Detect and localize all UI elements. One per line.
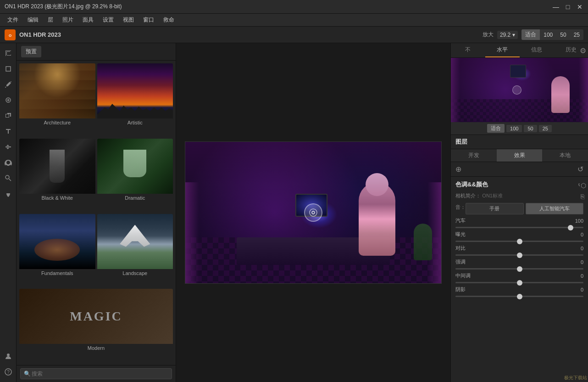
zoom-dropdown-icon[interactable]: ▾ bbox=[512, 32, 515, 38]
menu-layer[interactable]: 层 bbox=[44, 15, 57, 25]
preset-label-bw: Black & White bbox=[19, 194, 95, 202]
clone-tool[interactable] bbox=[2, 109, 15, 122]
slider-midtones: 中间调 0 bbox=[455, 272, 583, 283]
preset-thumb-architecture bbox=[19, 63, 95, 118]
menu-file[interactable]: 文件 bbox=[4, 15, 22, 25]
fit-button-25[interactable]: 25 bbox=[570, 29, 583, 40]
fit-button-fit[interactable]: 适合 bbox=[521, 29, 540, 40]
main-toolbar: O ON1 HDR 2023 放大 29.2 ▾ 适合 100 50 25 bbox=[0, 27, 588, 43]
fit-button-100[interactable]: 100 bbox=[540, 29, 556, 40]
thumb-25-button[interactable]: 25 bbox=[539, 125, 552, 132]
tab-horizontal[interactable]: 水平 bbox=[485, 43, 520, 57]
layers-tab-effects[interactable]: 效果 bbox=[497, 149, 543, 162]
slider-shadows-label: 阴影 bbox=[455, 286, 466, 293]
preset-modern[interactable]: MAGIC Modern bbox=[19, 289, 173, 362]
preset-fundamentals[interactable]: Fundamentals bbox=[19, 214, 95, 287]
zoom-value: 29.2 bbox=[500, 32, 510, 38]
thumb-100-button[interactable]: 100 bbox=[506, 125, 522, 132]
slider-highlights-thumb[interactable] bbox=[517, 266, 522, 272]
preset-bw[interactable]: Black & White bbox=[19, 139, 95, 212]
menu-mask[interactable]: 面具 bbox=[79, 15, 97, 25]
menu-settings[interactable]: 设置 bbox=[99, 15, 117, 25]
slider-exposure: 曝光 0 bbox=[455, 231, 583, 242]
hand-tool[interactable] bbox=[2, 187, 15, 200]
layers-tab-local[interactable]: 本地 bbox=[542, 149, 588, 162]
slider-auto-track[interactable] bbox=[455, 227, 583, 228]
presets-tab[interactable]: 预置 bbox=[21, 46, 41, 57]
slider-contrast-track[interactable] bbox=[455, 254, 583, 256]
crop-tool[interactable] bbox=[2, 47, 15, 60]
slider-shadows-labelrow: 阴影 0 bbox=[455, 286, 583, 293]
slider-highlights-track[interactable] bbox=[455, 268, 583, 270]
maximize-button[interactable]: □ bbox=[564, 3, 571, 11]
svg-rect-2 bbox=[6, 67, 11, 71]
preset-thumb-fundamentals bbox=[19, 214, 95, 269]
slider-midtones-track[interactable] bbox=[455, 282, 583, 283]
zoom-control[interactable]: 29.2 ▾ bbox=[497, 31, 518, 39]
layers-tab-develop[interactable]: 开发 bbox=[451, 149, 497, 162]
tone-ai-btn[interactable]: 人工智能汽车 bbox=[526, 203, 584, 214]
fit-button-50[interactable]: 50 bbox=[556, 29, 570, 40]
svg-point-5 bbox=[7, 354, 10, 356]
preset-label-landscape: Landscape bbox=[97, 269, 173, 277]
slider-exposure-value: 0 bbox=[581, 232, 583, 237]
brand-icon: O bbox=[5, 29, 16, 40]
healing-tool[interactable] bbox=[2, 94, 15, 107]
slider-contrast-labelrow: 对比 0 bbox=[455, 245, 583, 252]
slider-midtones-thumb[interactable] bbox=[517, 280, 522, 286]
color-section-header: 色调&&颜色 ↺ bbox=[455, 180, 583, 189]
menu-view[interactable]: 视图 bbox=[119, 15, 138, 25]
preset-artistic[interactable]: Artistic bbox=[97, 63, 173, 137]
brush-tool[interactable] bbox=[2, 78, 15, 91]
thumb-fit-button[interactable]: 适合 bbox=[487, 124, 505, 133]
close-button[interactable]: ✕ bbox=[576, 3, 583, 11]
slider-exposure-track[interactable] bbox=[455, 241, 583, 242]
thumb-50-button[interactable]: 50 bbox=[524, 125, 537, 132]
menu-window[interactable]: 窗口 bbox=[139, 15, 158, 25]
preset-thumb-bw bbox=[19, 139, 95, 194]
people-tool[interactable] bbox=[2, 350, 15, 363]
tab-info[interactable]: 信息 bbox=[520, 43, 554, 57]
search-input[interactable] bbox=[20, 368, 172, 379]
help-tool[interactable]: ? bbox=[2, 365, 15, 378]
slider-exposure-label: 曝光 bbox=[455, 231, 466, 238]
preset-thumb-artistic bbox=[97, 63, 173, 118]
gradient-tool[interactable] bbox=[2, 140, 15, 153]
menu-photo[interactable]: 照片 bbox=[59, 15, 77, 25]
slider-shadows-value: 0 bbox=[581, 287, 583, 292]
layer-undo-icon[interactable]: ↺ bbox=[577, 164, 584, 174]
slider-auto-thumb[interactable] bbox=[568, 225, 573, 230]
right-panel-tabs: 不 水平 信息 历史 ⚙ bbox=[451, 43, 588, 58]
menu-help[interactable]: 救命 bbox=[160, 15, 178, 25]
copy-icon[interactable]: ⎘ bbox=[581, 193, 586, 200]
zoom-label: 放大 bbox=[483, 31, 494, 39]
slider-auto-label: 汽车 bbox=[455, 217, 466, 224]
menu-edit[interactable]: 编辑 bbox=[24, 15, 42, 25]
layers-actions: ⊕ ↺ bbox=[451, 162, 588, 177]
svg-point-4 bbox=[6, 175, 9, 179]
presets-header: 预置 bbox=[17, 43, 176, 61]
panel-settings-icon[interactable]: ⚙ bbox=[580, 46, 586, 55]
preset-landscape[interactable]: Landscape bbox=[97, 214, 173, 287]
expand-icon[interactable]: ⬡ bbox=[581, 182, 586, 189]
tone-manual-btn[interactable]: 手册 bbox=[466, 203, 524, 214]
tab-not[interactable]: 不 bbox=[451, 43, 485, 57]
preset-thumb-dramatic bbox=[97, 139, 173, 194]
search-tool[interactable] bbox=[2, 172, 15, 185]
preset-architecture[interactable]: Architecture bbox=[19, 63, 95, 137]
preview-thumbnail bbox=[451, 58, 588, 122]
layer-add-icon[interactable]: ⊕ bbox=[455, 164, 462, 174]
text-tool[interactable] bbox=[2, 125, 15, 138]
slider-exposure-thumb[interactable] bbox=[517, 239, 522, 244]
slider-auto: 汽车 100 bbox=[455, 217, 583, 228]
thumb-monitor bbox=[510, 65, 526, 78]
slider-contrast-thumb[interactable] bbox=[517, 253, 522, 258]
minimize-button[interactable]: — bbox=[552, 3, 560, 11]
slider-shadows-track[interactable] bbox=[455, 296, 583, 297]
slider-shadows-thumb[interactable] bbox=[517, 294, 522, 299]
preset-label-artistic: Artistic bbox=[97, 118, 173, 127]
slider-auto-value: 100 bbox=[575, 218, 583, 224]
transform-tool[interactable] bbox=[2, 62, 15, 75]
adjustment-tool[interactable] bbox=[2, 156, 15, 169]
preset-dramatic[interactable]: Dramatic bbox=[97, 139, 173, 212]
